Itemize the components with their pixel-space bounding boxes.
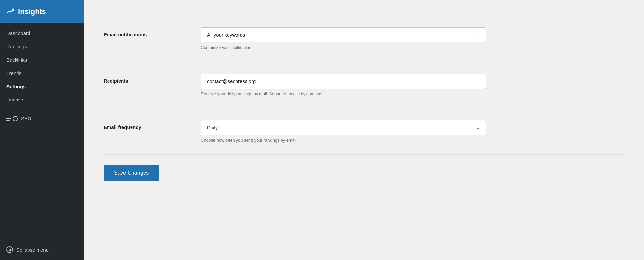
sidebar-divider <box>0 109 84 109</box>
email-notifications-label: Email notifications <box>104 27 201 37</box>
email-notifications-hint: Customize your notification. <box>201 45 486 50</box>
email-notifications-select-wrapper: All your keywords No notifications Custo… <box>201 27 486 42</box>
seo-icon <box>6 116 18 121</box>
email-frequency-row: Email frequency Daily Weekly Monthly ⌄ C… <box>104 108 625 155</box>
email-notifications-field: All your keywords No notifications Custo… <box>201 27 486 50</box>
email-frequency-label: Email frequency <box>104 120 201 130</box>
main-content: Email notifications All your keywords No… <box>84 0 644 260</box>
sidebar-header: Insights <box>0 0 84 23</box>
email-notifications-select[interactable]: All your keywords No notifications Custo… <box>201 27 486 42</box>
sidebar-item-license[interactable]: License <box>0 93 84 106</box>
sidebar-item-settings[interactable]: Settings <box>0 80 84 93</box>
email-frequency-select-wrapper: Daily Weekly Monthly ⌄ <box>201 120 486 135</box>
email-notifications-row: Email notifications All your keywords No… <box>104 16 625 62</box>
sidebar-nav: Dashboard Rankings Backlinks Trends Sett… <box>0 23 84 260</box>
recipients-input[interactable] <box>201 74 486 89</box>
sidebar-item-trends[interactable]: Trends <box>0 66 84 80</box>
email-frequency-hint: Choose how often you send your rankings … <box>201 138 486 143</box>
sidebar-item-backlinks[interactable]: Backlinks <box>0 53 84 66</box>
recipients-row: Recipients Receive your daily rankings b… <box>104 62 625 108</box>
recipients-field: Receive your daily rankings by mail. Sep… <box>201 74 486 96</box>
collapse-menu-item[interactable]: ◀ Collapse menu <box>0 242 84 257</box>
collapse-label: Collapse menu <box>16 247 49 253</box>
save-button-row: Save Changes <box>104 155 625 181</box>
email-frequency-select[interactable]: Daily Weekly Monthly <box>201 120 486 135</box>
recipients-hint: Receive your daily rankings by mail. Sep… <box>201 91 486 96</box>
sidebar: Insights Dashboard Rankings Backlinks Tr… <box>0 0 84 260</box>
sidebar-item-seo[interactable]: SEO <box>0 112 84 125</box>
sidebar-item-dashboard[interactable]: Dashboard <box>0 27 84 40</box>
sidebar-item-rankings[interactable]: Rankings <box>0 40 84 53</box>
save-changes-button[interactable]: Save Changes <box>104 165 159 181</box>
sidebar-title: Insights <box>18 7 46 16</box>
collapse-arrow-icon: ◀ <box>6 246 13 253</box>
email-frequency-field: Daily Weekly Monthly ⌄ Choose how often … <box>201 120 486 143</box>
settings-section: Email notifications All your keywords No… <box>104 16 625 181</box>
seo-label: SEO <box>21 116 31 121</box>
recipients-label: Recipients <box>104 74 201 84</box>
chart-icon <box>6 7 14 16</box>
